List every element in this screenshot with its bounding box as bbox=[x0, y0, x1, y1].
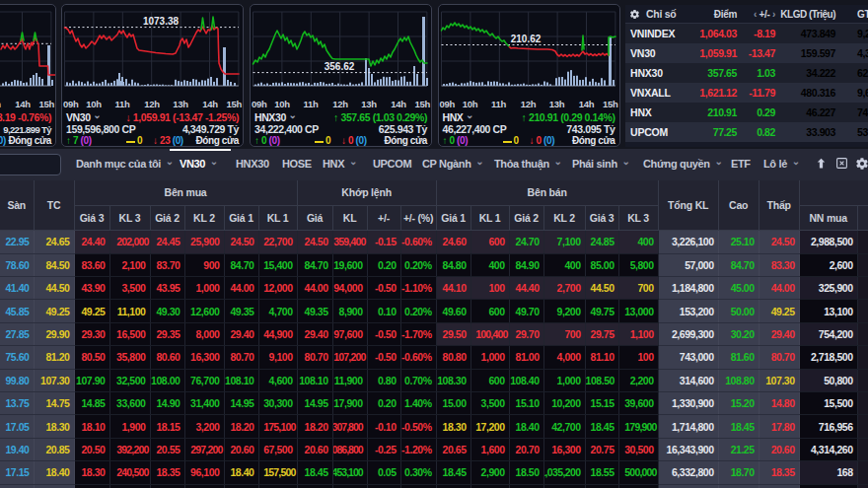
svg-text:210.62: 210.62 bbox=[510, 34, 541, 44]
svg-text:1073.38: 1073.38 bbox=[143, 16, 180, 27]
svg-text:356.62: 356.62 bbox=[325, 61, 355, 72]
